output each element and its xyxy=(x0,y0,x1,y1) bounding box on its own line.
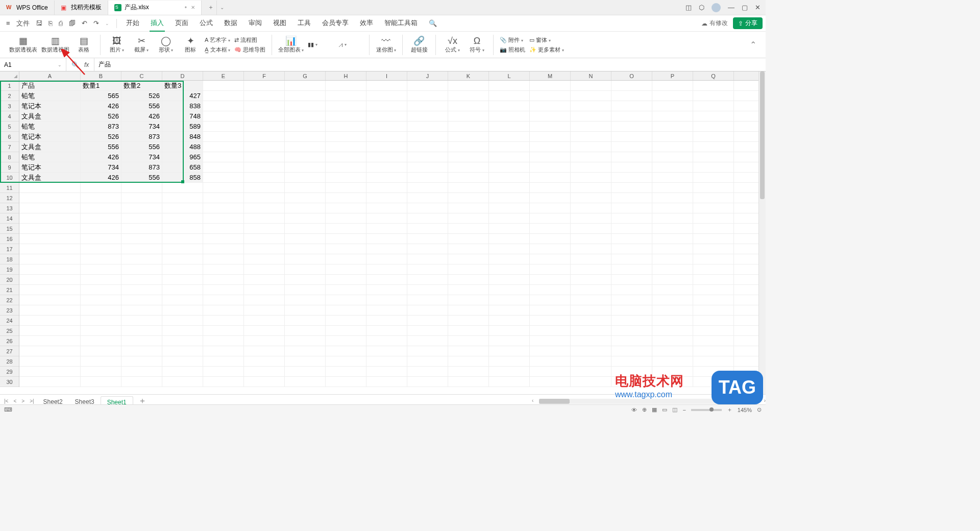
cell-B18[interactable] xyxy=(81,254,121,264)
cell-Q3[interactable] xyxy=(693,101,734,111)
cell-J15[interactable] xyxy=(407,224,448,233)
cell-G25[interactable] xyxy=(285,326,326,335)
row-header-9[interactable]: 9 xyxy=(0,162,19,173)
mindmap-button[interactable]: 🧠思维导图 xyxy=(234,46,265,54)
cell-Q17[interactable] xyxy=(693,244,734,254)
view-break-icon[interactable]: ◫ xyxy=(672,406,677,413)
zoom-level[interactable]: 145% xyxy=(738,407,752,413)
hscroll-right-icon[interactable]: › xyxy=(764,398,766,403)
cell-M19[interactable] xyxy=(530,264,571,274)
cell-J8[interactable] xyxy=(407,152,448,162)
cell-P21[interactable] xyxy=(652,285,693,295)
cell-P17[interactable] xyxy=(652,244,693,254)
cell-C5[interactable]: 734 xyxy=(121,122,162,131)
cell-C27[interactable] xyxy=(121,346,162,356)
hyperlink-button[interactable]: 🔗超链接 xyxy=(409,36,429,54)
col-header-A[interactable]: A xyxy=(19,71,81,80)
cell-F4[interactable] xyxy=(244,111,285,121)
cell-C23[interactable] xyxy=(121,305,162,315)
cell-K25[interactable] xyxy=(448,326,489,335)
cell-H5[interactable] xyxy=(326,122,366,131)
cell-D14[interactable] xyxy=(162,213,203,223)
cell-G23[interactable] xyxy=(285,305,326,315)
cell-K17[interactable] xyxy=(448,244,489,254)
cell-E21[interactable] xyxy=(203,285,244,295)
cell-I28[interactable] xyxy=(366,356,407,366)
cell-E26[interactable] xyxy=(203,336,244,346)
col-header-I[interactable]: I xyxy=(366,71,407,80)
cell-L14[interactable] xyxy=(489,213,530,223)
cell-H26[interactable] xyxy=(326,336,366,346)
cube-icon[interactable]: ⬡ xyxy=(699,4,704,11)
cell-J24[interactable] xyxy=(407,316,448,325)
cell-L15[interactable] xyxy=(489,224,530,233)
cell-D28[interactable] xyxy=(162,356,203,366)
cell-D13[interactable] xyxy=(162,203,203,213)
cell-P14[interactable] xyxy=(652,213,693,223)
cell-M26[interactable] xyxy=(530,336,571,346)
col-header-G[interactable]: G xyxy=(285,71,326,80)
cell-P6[interactable] xyxy=(652,132,693,141)
cell-I16[interactable] xyxy=(366,234,407,244)
cell-L17[interactable] xyxy=(489,244,530,254)
hscroll-thumb[interactable] xyxy=(539,399,570,404)
cell-E20[interactable] xyxy=(203,275,244,284)
cell-J10[interactable] xyxy=(407,173,448,182)
zoom-reset-icon[interactable]: ⊙ xyxy=(757,406,762,413)
cell-O6[interactable] xyxy=(611,132,652,141)
cell-G10[interactable] xyxy=(285,173,326,182)
cell-M11[interactable] xyxy=(530,183,571,192)
cell-J9[interactable] xyxy=(407,162,448,172)
form-button[interactable]: ▭窗体 xyxy=(529,36,564,44)
cell-E9[interactable] xyxy=(203,162,244,172)
cell-A9[interactable]: 笔记本 xyxy=(19,162,81,172)
cell-J21[interactable] xyxy=(407,285,448,295)
cell-E6[interactable] xyxy=(203,132,244,141)
row-header-23[interactable]: 23 xyxy=(0,305,19,316)
cloud-status[interactable]: ☁ 有修改 xyxy=(701,19,728,28)
cell-F23[interactable] xyxy=(244,305,285,315)
cell-P10[interactable] xyxy=(652,173,693,182)
cell-D19[interactable] xyxy=(162,264,203,274)
cell-H10[interactable] xyxy=(326,173,366,182)
main-tab-3[interactable]: 公式 xyxy=(199,15,214,32)
cell-K20[interactable] xyxy=(448,275,489,284)
cell-E16[interactable] xyxy=(203,234,244,244)
row-header-10[interactable]: 10 xyxy=(0,173,19,183)
cell-P4[interactable] xyxy=(652,111,693,121)
qa-dropdown-icon[interactable]: ⌄ xyxy=(102,21,112,26)
cell-Q19[interactable] xyxy=(693,264,734,274)
cell-N15[interactable] xyxy=(571,224,611,233)
cell-C12[interactable] xyxy=(121,193,162,203)
cell-M15[interactable] xyxy=(530,224,571,233)
cell-D10[interactable]: 858 xyxy=(162,173,203,182)
col-header-M[interactable]: M xyxy=(530,71,571,80)
cell-P28[interactable] xyxy=(652,356,693,366)
cell-D16[interactable] xyxy=(162,234,203,244)
row-header-30[interactable]: 30 xyxy=(0,377,19,387)
cell-B3[interactable]: 426 xyxy=(81,101,121,111)
cell-F7[interactable] xyxy=(244,142,285,152)
cell-B10[interactable]: 426 xyxy=(81,173,121,182)
sheet-nav-last-icon[interactable]: >| xyxy=(28,398,36,404)
cell-H3[interactable] xyxy=(326,101,366,111)
cell-C17[interactable] xyxy=(121,244,162,254)
cell-A2[interactable]: 铅笔 xyxy=(19,91,81,101)
cell-K28[interactable] xyxy=(448,356,489,366)
col-header-C[interactable]: C xyxy=(121,71,162,80)
cell-Q25[interactable] xyxy=(693,326,734,335)
cell-G28[interactable] xyxy=(285,356,326,366)
cell-P30[interactable] xyxy=(652,377,693,387)
cell-G15[interactable] xyxy=(285,224,326,233)
cell-A22[interactable] xyxy=(19,295,81,305)
cell-K23[interactable] xyxy=(448,305,489,315)
cell-P16[interactable] xyxy=(652,234,693,244)
cell-I26[interactable] xyxy=(366,336,407,346)
print-icon[interactable]: ⎙ xyxy=(56,19,66,27)
col-header-K[interactable]: K xyxy=(448,71,489,80)
cell-H17[interactable] xyxy=(326,244,366,254)
cell-F3[interactable] xyxy=(244,101,285,111)
cell-E24[interactable] xyxy=(203,316,244,325)
hscroll-left-icon[interactable]: ‹ xyxy=(532,398,533,403)
cell-N2[interactable] xyxy=(571,91,611,101)
